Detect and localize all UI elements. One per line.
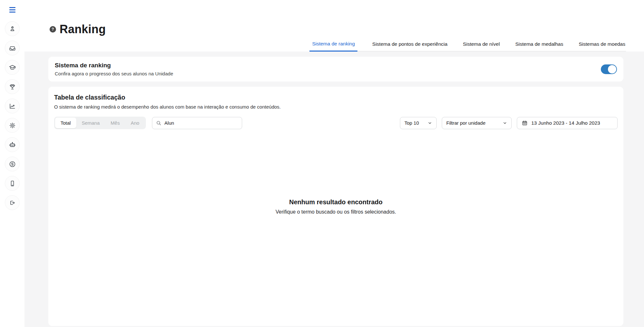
gear-icon xyxy=(9,122,16,129)
tab-sistema-de-pontos-de-experiencia[interactable]: Sistema de pontos de experiência xyxy=(372,41,448,51)
sidebar-item-reports[interactable] xyxy=(5,99,20,113)
toggle-knob xyxy=(608,65,616,73)
sidebar-item-gamification[interactable] xyxy=(5,79,20,94)
period-option-total[interactable]: Total xyxy=(55,118,76,128)
period-option-ano[interactable]: Ano xyxy=(125,118,145,128)
ranking-card-title: Sistema de ranking xyxy=(55,62,173,69)
leaderboard-card: Tabela de classificação O sistema de ran… xyxy=(48,87,623,326)
ranking-system-card: Sistema de ranking Confira agora o progr… xyxy=(48,57,623,82)
hamburger-menu-button[interactable] xyxy=(6,3,19,16)
sidebar-item-logout[interactable] xyxy=(5,195,20,210)
tab-sistema-de-ranking[interactable]: Sistema de ranking xyxy=(309,41,357,52)
robot-icon xyxy=(9,141,16,149)
search-field-wrap xyxy=(152,117,242,129)
tab-bar: Sistema de ranking Sistema de pontos de … xyxy=(309,41,626,52)
hamburger-icon xyxy=(9,7,15,8)
filter-row: Total Semana Mês Ano Top 10 xyxy=(54,117,618,129)
empty-state: Nenhum resultado encontrado Verifique o … xyxy=(54,198,618,215)
top-filter-value: Top 10 xyxy=(404,120,419,126)
tab-sistema-de-nivel[interactable]: Sistema de nível xyxy=(462,41,501,51)
date-range-picker[interactable]: 13 Junho 2023 - 14 Julho 2023 xyxy=(517,117,618,129)
empty-state-subtitle: Verifique o termo buscado ou os filtros … xyxy=(54,209,618,215)
leaderboard-title: Tabela de classificação xyxy=(54,94,618,101)
chevron-down-icon xyxy=(428,121,432,125)
page-header: ? Ranking Sistema de ranking Sistema de … xyxy=(24,0,644,52)
dollar-coin-icon xyxy=(9,160,16,168)
question-mark-icon[interactable]: ? xyxy=(50,26,56,33)
ranking-card-subtitle: Confira agora o progresso dos seus aluno… xyxy=(55,71,173,76)
search-icon xyxy=(156,120,162,126)
tab-sistema-de-medalhas[interactable]: Sistema de medalhas xyxy=(515,41,564,51)
period-segmented-control: Total Semana Mês Ano xyxy=(54,117,146,129)
app-root: ? Ranking Sistema de ranking Sistema de … xyxy=(0,0,644,327)
unit-filter-select[interactable]: Filtrar por unidade xyxy=(442,117,512,129)
sidebar-item-students[interactable] xyxy=(5,21,20,36)
empty-state-title: Nenhum resultado encontrado xyxy=(54,198,618,206)
sidebar xyxy=(0,0,24,327)
main-area: ? Ranking Sistema de ranking Sistema de … xyxy=(24,0,644,327)
chevron-down-icon xyxy=(503,121,507,125)
right-filters: Top 10 Filtrar por unidade xyxy=(400,117,618,129)
leaderboard-description: O sistema de ranking medirá o desempenho… xyxy=(54,104,618,110)
search-input[interactable] xyxy=(152,117,242,129)
logout-icon xyxy=(9,199,16,207)
trophy-icon xyxy=(9,83,16,91)
period-option-semana[interactable]: Semana xyxy=(76,118,105,128)
content-area: Sistema de ranking Confira agora o progr… xyxy=(24,52,644,327)
title-row: ? Ranking xyxy=(50,23,106,36)
tab-sistemas-de-moedas[interactable]: Sistemas de moedas xyxy=(578,41,626,51)
ranking-toggle[interactable] xyxy=(601,64,617,74)
date-range-value: 13 Junho 2023 - 14 Julho 2023 xyxy=(531,120,600,126)
sidebar-item-settings[interactable] xyxy=(5,118,20,133)
ranking-card-text: Sistema de ranking Confira agora o progr… xyxy=(55,62,173,76)
inbox-icon xyxy=(9,44,16,52)
sidebar-item-assistant[interactable] xyxy=(5,137,20,152)
line-chart-icon xyxy=(9,102,16,110)
sidebar-item-monetization[interactable] xyxy=(5,157,20,171)
sidebar-item-inbox[interactable] xyxy=(5,41,20,55)
sidebar-item-courses[interactable] xyxy=(5,60,20,75)
page-title: Ranking xyxy=(60,23,106,36)
graduation-cap-icon xyxy=(9,64,16,71)
student-icon xyxy=(9,25,16,33)
calendar-icon xyxy=(522,120,528,126)
unit-filter-value: Filtrar por unidade xyxy=(446,120,486,126)
sidebar-item-mobile-app[interactable] xyxy=(5,176,20,191)
period-option-mes[interactable]: Mês xyxy=(105,118,125,128)
top-filter-select[interactable]: Top 10 xyxy=(400,117,437,129)
smartphone-icon xyxy=(9,180,16,187)
